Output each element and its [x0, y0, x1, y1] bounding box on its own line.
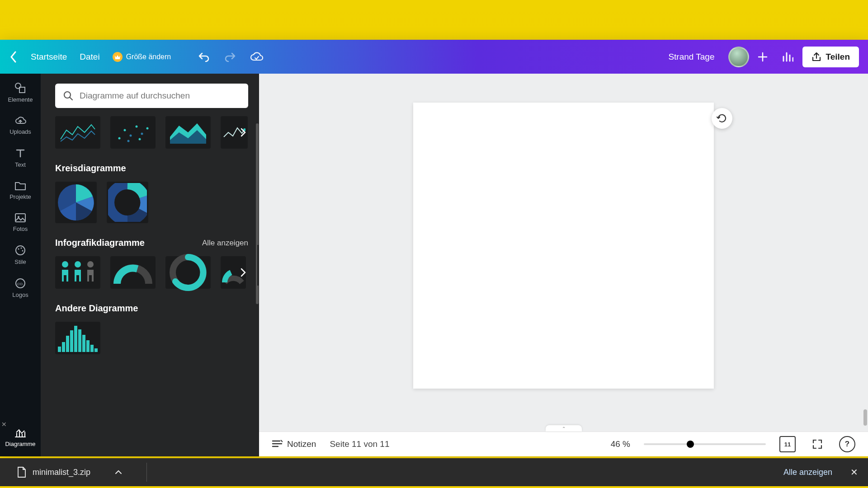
help-button[interactable]: ? [839, 436, 855, 452]
share-icon [811, 52, 821, 62]
notes-button[interactable]: Notizen [272, 439, 316, 449]
rail-uploads-label: Uploads [9, 128, 31, 135]
redo-button[interactable] [223, 50, 237, 64]
canvas-scrollbar[interactable] [863, 74, 867, 430]
zoom-slider[interactable] [644, 443, 766, 445]
thumb-histogram[interactable] [55, 322, 100, 354]
app-body: Elemente Uploads Text Projekte Fotos Sti… [0, 74, 868, 456]
see-all-link[interactable]: Alle anzeigen [202, 239, 248, 248]
resize-button[interactable]: Größe ändern [113, 52, 171, 62]
home-link[interactable]: Startseite [31, 52, 67, 62]
download-caret[interactable] [115, 470, 122, 474]
shapes-icon [14, 82, 26, 94]
svg-point-13 [130, 135, 132, 137]
svg-rect-35 [94, 348, 98, 352]
text-icon [15, 148, 26, 159]
status-bar: Notizen Seite 11 von 11 46 % 11 ? [259, 432, 868, 456]
image-icon [14, 213, 26, 223]
svg-text:CO.: CO. [17, 282, 24, 286]
rail-styles-label: Stile [14, 258, 26, 265]
refresh-page-button[interactable] [712, 108, 732, 129]
row-next-arrow[interactable] [236, 126, 250, 139]
thumb-line-chart[interactable] [55, 116, 100, 149]
fullscreen-button[interactable] [809, 436, 826, 452]
thumb-pie-chart[interactable] [55, 182, 97, 223]
rail-photos[interactable]: Fotos [0, 206, 41, 239]
logo-icon: CO. [15, 278, 26, 289]
show-pages-tab[interactable]: ⌃ [546, 425, 582, 432]
cloud-sync-icon[interactable] [250, 50, 263, 64]
search-field[interactable] [55, 84, 248, 108]
download-filename: minimalist_3.zip [33, 468, 90, 477]
svg-point-11 [118, 137, 121, 140]
grid-count: 11 [784, 441, 791, 448]
rail-styles[interactable]: Stile [0, 239, 41, 272]
section-other-heading: Andere Diagramme [55, 303, 248, 314]
chart-row-line [55, 116, 248, 149]
share-label: Teilen [826, 52, 850, 62]
back-button[interactable] [9, 52, 18, 61]
row-next-arrow-2[interactable] [236, 266, 250, 279]
canvas-page[interactable] [413, 103, 714, 389]
svg-rect-31 [78, 329, 81, 352]
share-button[interactable]: Teilen [802, 47, 859, 67]
undo-button[interactable] [197, 50, 211, 64]
diagrams-panel: Kreisdiagramme Infografikdiagramme Alle … [41, 74, 259, 456]
canvas-area: ⌃ Notizen Seite 11 von 11 46 % 11 ? [259, 74, 868, 456]
rail-elements[interactable]: Elemente [0, 75, 41, 109]
rail-logos-label: Logos [12, 291, 28, 298]
downloads-show-all[interactable]: Alle anzeigen [783, 468, 832, 477]
insights-button[interactable] [781, 50, 794, 64]
svg-rect-28 [66, 336, 69, 352]
svg-point-12 [124, 129, 126, 131]
rail-text[interactable]: Text [0, 141, 41, 174]
top-bar: Startseite Datei Größe ändern Strand Tag… [0, 40, 868, 74]
document-title[interactable]: Strand Tage [668, 52, 714, 62]
svg-rect-30 [74, 326, 77, 352]
rail-elements-label: Elemente [8, 96, 33, 103]
downloads-divider [146, 463, 147, 482]
zoom-knob[interactable] [687, 441, 694, 448]
section-info-heading: Infografikdiagramme [55, 238, 145, 248]
search-input[interactable] [80, 91, 240, 101]
thumb-progress-ring[interactable] [165, 256, 211, 289]
app-shell: Startseite Datei Größe ändern Strand Tag… [0, 40, 868, 456]
chart-row-other [55, 322, 248, 354]
chart-row-pie [55, 182, 248, 223]
folder-icon [14, 181, 26, 191]
page-counter[interactable]: Seite 11 von 11 [330, 439, 389, 449]
user-avatar[interactable] [728, 47, 749, 67]
rail-logos[interactable]: CO. Logos [0, 272, 41, 305]
svg-point-6 [21, 248, 22, 249]
left-rail: Elemente Uploads Text Projekte Fotos Sti… [0, 74, 41, 456]
thumb-pictogram[interactable] [55, 256, 100, 289]
downloads-close[interactable]: ✕ [850, 467, 858, 478]
rail-text-label: Text [15, 161, 26, 168]
thumb-scatter-chart[interactable] [110, 116, 156, 149]
rail-diagrams-label: Diagramme [5, 441, 35, 447]
rail-projects[interactable]: Projekte [0, 174, 41, 206]
add-collaborator-button[interactable] [755, 49, 771, 65]
rail-uploads[interactable]: Uploads [0, 109, 41, 141]
close-panel-x[interactable]: ✕ [0, 420, 8, 428]
thumb-area-chart[interactable] [165, 116, 211, 149]
svg-point-22 [62, 261, 68, 267]
grid-view-button[interactable]: 11 [779, 436, 796, 452]
svg-point-5 [18, 249, 19, 250]
download-item[interactable]: minimalist_3.zip [10, 462, 129, 483]
svg-point-17 [127, 140, 130, 142]
thumb-half-donut[interactable] [110, 256, 156, 289]
canvas-viewport[interactable] [259, 74, 868, 432]
refresh-icon [717, 113, 727, 124]
thumb-donut-chart[interactable] [107, 182, 148, 223]
zoom-value[interactable]: 46 % [611, 439, 630, 449]
rail-photos-label: Fotos [13, 225, 28, 232]
svg-point-7 [22, 250, 24, 252]
notes-icon [272, 439, 283, 449]
rail-projects-label: Projekte [9, 193, 31, 200]
svg-rect-26 [58, 347, 61, 352]
svg-rect-2 [15, 214, 25, 222]
svg-point-24 [87, 261, 94, 267]
file-menu[interactable]: Datei [80, 52, 99, 62]
file-icon [17, 466, 26, 478]
